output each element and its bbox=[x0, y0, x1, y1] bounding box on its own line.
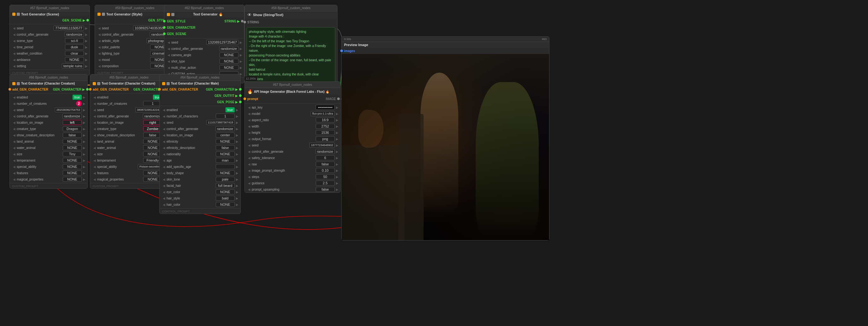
node-62: #62 Bjornulf_custom_nodes Text Generator… bbox=[164, 5, 244, 83]
text-output: photography style, with cinematic lighti… bbox=[247, 27, 335, 84]
node-58-title: Show (String/Text) bbox=[253, 13, 283, 17]
node-57-title: Text Generator (Scene) bbox=[21, 12, 59, 16]
node-64-title: Text Generator (Character Male) bbox=[171, 82, 219, 85]
node-65-title: Text Generator (Character Creature) bbox=[101, 82, 155, 85]
node-57: #57 Bjornulf_custom_nodes Text Generator… bbox=[9, 5, 90, 76]
node-59: #59 Bjornulf_custom_nodes Text Generator… bbox=[95, 5, 175, 76]
node-67: #67 Bjornulf_custom_nodes 🔥 API Image Ge… bbox=[244, 82, 341, 193]
node-63-id: #63 bbox=[542, 37, 547, 41]
node-64: #64 Bjornulf_custom_nodes Text Generator… bbox=[159, 74, 241, 214]
node-58: #58 Bjornulf_custom_nodes 👁 Show (String… bbox=[244, 5, 338, 85]
node-58-header: #58 Bjornulf_custom_nodes bbox=[245, 5, 337, 11]
node-62-header: #62 Bjornulf_custom_nodes bbox=[164, 5, 244, 11]
node-57-id: #57 Bjornulf_custom_nodes bbox=[30, 6, 69, 10]
node-63: 0.50s #63 Preview Image images bbox=[341, 36, 550, 240]
node-65: #65 Bjornulf_custom_nodes Text Generator… bbox=[90, 74, 168, 189]
node-62-title: Text Generator 🔥 bbox=[193, 12, 223, 17]
node-59-header: #59 Bjornulf_custom_nodes bbox=[95, 5, 175, 11]
node-67-title: API Image Generator (Black Forest Labs -… bbox=[254, 90, 329, 93]
node-63-title: Preview Image bbox=[344, 43, 368, 47]
node-67-timing: 12.200s bbox=[244, 77, 257, 81]
seed-row: ◀ seed 77499811150577 ▶ bbox=[10, 25, 90, 31]
node-66: #66 Bjornulf_custom_nodes Text Generator… bbox=[9, 74, 88, 189]
node-59-title: Text Generator (Style) bbox=[106, 12, 142, 16]
node-57-header: #57 Bjornulf_custom_nodes bbox=[10, 5, 90, 11]
node-66-title: Text Generator (Character Creature) bbox=[21, 82, 75, 85]
preview-image-area bbox=[342, 54, 549, 240]
timing-label: 0.50s bbox=[344, 37, 351, 41]
